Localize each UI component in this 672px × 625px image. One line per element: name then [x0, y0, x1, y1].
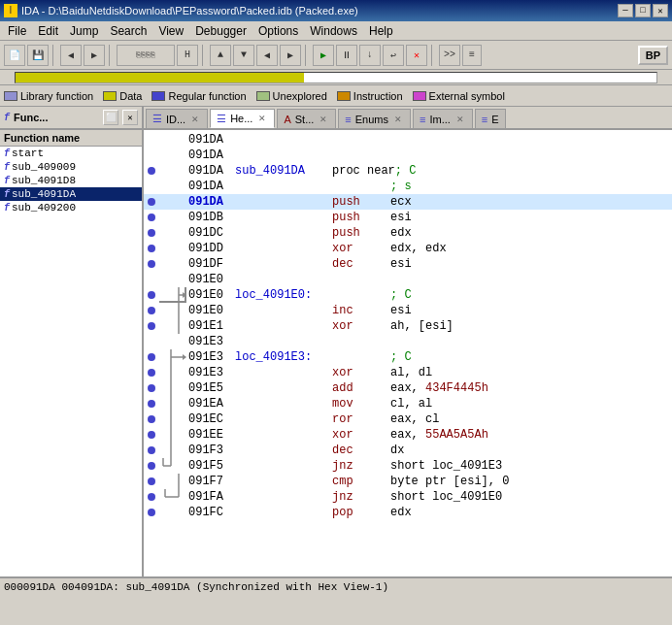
toolbar-up[interactable]: ▲: [210, 45, 231, 66]
tab-strings-close[interactable]: ✕: [318, 114, 329, 125]
bp-button[interactable]: BP: [638, 46, 668, 65]
tab-hex[interactable]: ☰ He... ✕: [210, 109, 275, 128]
op-25: pop: [332, 506, 390, 519]
arrow-9: [159, 256, 186, 272]
arrow-4: [159, 179, 186, 194]
func-item-409009[interactable]: f sub_409009: [0, 160, 142, 174]
sidebar: f Func... ⬜ ✕ Function name f start f su…: [0, 107, 144, 576]
close-button[interactable]: ✕: [653, 4, 668, 17]
menu-file[interactable]: File: [2, 22, 32, 40]
addr-1: 091DA: [188, 133, 235, 147]
toolbar-back[interactable]: ◀: [60, 45, 82, 66]
op-6: push: [332, 211, 390, 224]
tab-hex-close[interactable]: ✕: [256, 113, 268, 124]
dot-10: [148, 276, 155, 283]
minimize-button[interactable]: ─: [618, 4, 633, 17]
arrow-svg-18: [159, 396, 186, 411]
operand-25: edx: [390, 506, 412, 519]
progress-bar: [15, 72, 657, 83]
toolbar-copy[interactable]: ⎘⎘⎘⎘: [117, 45, 175, 66]
arrow-svg-12: [159, 303, 186, 318]
tab-extra[interactable]: ≡ E: [475, 109, 506, 128]
menu-help[interactable]: Help: [363, 22, 399, 40]
tab-strings[interactable]: A St... ✕: [277, 109, 336, 128]
arrow-15: [159, 349, 186, 365]
code-line-19: 091EC ror eax, cl: [144, 411, 672, 427]
menu-edit[interactable]: Edit: [32, 22, 64, 40]
dot-4: [148, 182, 155, 190]
arrow-25: [159, 505, 186, 520]
code-line-24: 091FA jnz short loc_4091E0: [144, 489, 672, 505]
menu-jump[interactable]: Jump: [64, 22, 104, 40]
toolbar-down[interactable]: ▼: [233, 45, 254, 66]
code-line-23: 091F7 cmp byte ptr [esi], 0: [144, 474, 672, 489]
arrow-7: [159, 225, 186, 241]
legend-bar: Library function Data Regular function U…: [0, 85, 672, 107]
toolbar-save[interactable]: 💾: [27, 45, 49, 66]
operand-18: cl, al: [390, 397, 432, 411]
func-item-409200[interactable]: f sub_409200: [0, 201, 142, 214]
svg-marker-2: [183, 292, 186, 298]
dot-18: [148, 400, 155, 408]
code-line-5[interactable]: 091DA push ecx: [144, 194, 672, 210]
toolbar-hex[interactable]: H: [177, 45, 198, 66]
dot-12: [148, 307, 155, 314]
sidebar-header: f Func... ⬜ ✕: [0, 107, 142, 130]
arrow-13: [159, 318, 186, 334]
dot-21: [148, 446, 155, 454]
toolbar-sep1: [52, 45, 56, 66]
func-item-4091D8[interactable]: f sub_4091D8: [0, 174, 142, 187]
dot-6: [148, 214, 155, 221]
menu-view[interactable]: View: [152, 22, 189, 40]
toolbar-more[interactable]: >>: [439, 45, 460, 66]
addr-15: 091E3: [188, 350, 235, 364]
toolbar-step2[interactable]: ↩: [383, 45, 404, 66]
tab-imports-close[interactable]: ✕: [454, 114, 466, 125]
code-tabs: ☰ ID... ✕ ☰ He... ✕ A St... ✕ ≡ Enums ✕ …: [144, 107, 672, 130]
arrow-22: [159, 458, 186, 474]
code-line-3: 091DA sub_4091DA proc near ; C: [144, 163, 672, 179]
op-5: push: [332, 195, 390, 209]
toolbar-step[interactable]: ↓: [359, 45, 381, 66]
maximize-button[interactable]: □: [635, 4, 651, 17]
toolbar-play[interactable]: ▶: [313, 45, 334, 66]
func-item-4091DA[interactable]: f sub_4091DA: [0, 187, 142, 201]
menu-windows[interactable]: Windows: [304, 22, 363, 40]
tab-enums-close[interactable]: ✕: [392, 114, 404, 125]
sidebar-close-button[interactable]: ✕: [122, 110, 138, 125]
func-label-start: start: [12, 148, 44, 159]
tab-imports[interactable]: ≡ Im... ✕: [413, 109, 473, 128]
address-bar: [0, 70, 672, 85]
toolbar-left[interactable]: ◀: [256, 45, 278, 66]
arrow-8: [159, 241, 186, 256]
arrow-23: [159, 474, 186, 489]
func-item-start[interactable]: f start: [0, 147, 142, 160]
arrow-svg-24: [159, 489, 186, 505]
menu-options[interactable]: Options: [252, 22, 304, 40]
sidebar-header-icon: f: [4, 113, 10, 123]
addr-13: 091E1: [188, 319, 235, 333]
menu-search[interactable]: Search: [104, 22, 152, 40]
arrow-14: [159, 334, 186, 349]
tab-id[interactable]: ☰ ID... ✕: [146, 109, 208, 128]
addr-20: 091EE: [188, 428, 235, 442]
arrow-17: [159, 380, 186, 396]
tab-enums[interactable]: ≡ Enums ✕: [338, 109, 411, 128]
sidebar-lock-button[interactable]: ⬜: [103, 110, 118, 125]
code-area: ☰ ID... ✕ ☰ He... ✕ A St... ✕ ≡ Enums ✕ …: [144, 107, 672, 576]
toolbar-right[interactable]: ▶: [280, 45, 301, 66]
addr-16: 091E3: [188, 366, 235, 379]
menu-debugger[interactable]: Debugger: [189, 22, 252, 40]
code-line-12: 091E0 inc esi: [144, 303, 672, 318]
toolbar-pause[interactable]: ⏸: [336, 45, 357, 66]
code-scroll[interactable]: 091DA 091DA 091DA sub_4091DA proc near ;…: [144, 130, 672, 576]
toolbar-forward[interactable]: ▶: [84, 45, 105, 66]
toolbar-stop[interactable]: ✕: [406, 45, 427, 66]
tab-id-close[interactable]: ✕: [189, 114, 201, 125]
arrow-svg-23: [159, 474, 186, 489]
toolbar-extra[interactable]: ≡: [462, 45, 482, 66]
toolbar-new[interactable]: 📄: [4, 45, 25, 66]
code-line-22: 091F5 jnz short loc_4091E3: [144, 458, 672, 474]
operand-22: short loc_4091E3: [390, 459, 502, 473]
dot-24: [148, 493, 155, 501]
